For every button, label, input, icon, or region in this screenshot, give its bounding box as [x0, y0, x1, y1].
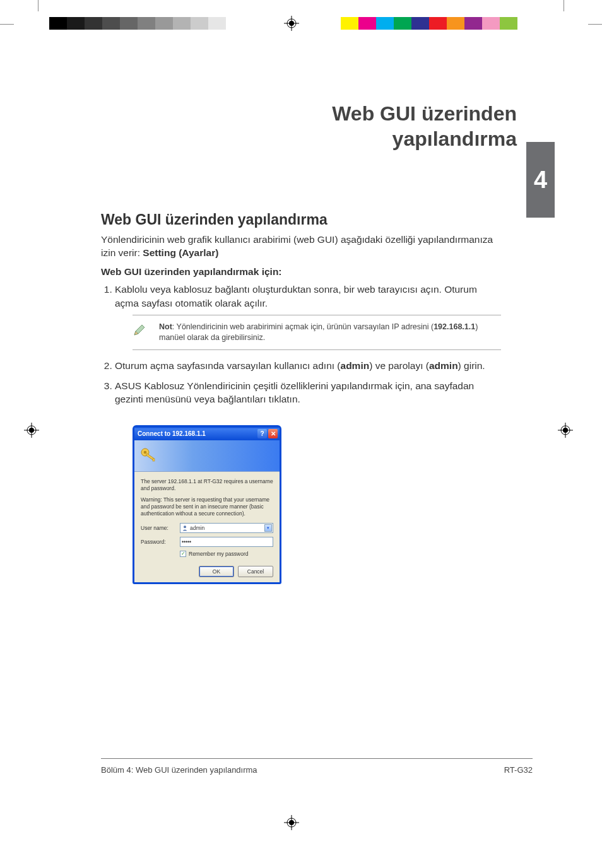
- crop-mark: [564, 0, 564, 11]
- steps-list: Kablolu veya kablosuz bağlantı oluşturdu…: [101, 283, 501, 406]
- note-pencil-icon: [133, 323, 148, 341]
- login-dialog-screenshot: Connect to 192.168.1.1 ? ✕ The server 19…: [133, 425, 501, 584]
- svg-point-20: [184, 525, 186, 528]
- print-color-bar: [0, 17, 602, 30]
- remember-checkbox[interactable]: ✓: [180, 551, 186, 557]
- chapter-number-tab: 4: [526, 142, 555, 218]
- chapter-title-line2: yapılandırma: [392, 127, 517, 150]
- step-1-text: Kablolu veya kablosuz bağlantı oluşturdu…: [115, 284, 477, 308]
- registration-mark-icon: [24, 423, 39, 438]
- password-value: •••••: [182, 539, 191, 545]
- dialog-msg1: The server 192.168.1.1 at RT-G32 require…: [141, 478, 273, 491]
- password-label: Password:: [141, 539, 180, 545]
- svg-point-17: [144, 451, 147, 454]
- registration-mark-icon: [284, 16, 299, 31]
- dialog-banner: [134, 440, 280, 472]
- chapter-title: Web GUI üzerinden yapılandırma: [47, 101, 517, 151]
- username-value: admin: [190, 525, 204, 531]
- note-box: Not: Yönlendiricinin web arabirimini açm…: [133, 315, 501, 350]
- dialog-body: The server 192.168.1.1 at RT-G32 require…: [134, 472, 280, 582]
- password-row: Password: •••••: [141, 537, 273, 547]
- step-2-p1: Oturum açma sayfasında varsayılan kullan…: [115, 360, 341, 371]
- help-button[interactable]: ?: [257, 429, 267, 438]
- dialog-title: Connect to 192.168.1.1: [136, 430, 256, 437]
- note-part1: : Yönlendiricinin web arabirimini açmak …: [172, 322, 434, 331]
- page-footer: Bölüm 4: Web GUI üzerinden yapılandırma …: [101, 758, 533, 775]
- intro-bold: Setting (Ayarlar): [143, 247, 218, 258]
- chapter-title-line1: Web GUI üzerinden: [332, 102, 517, 125]
- section-heading: Web GUI üzerinden yapılandırma: [101, 211, 501, 228]
- password-input[interactable]: •••••: [180, 537, 273, 547]
- step-2-p3: ) girin.: [458, 360, 485, 371]
- footer-right: RT-G32: [504, 765, 533, 775]
- step-3-text: ASUS Kablosuz Yönlendiricinin çeşitli öz…: [115, 380, 474, 405]
- svg-rect-19: [153, 459, 155, 461]
- step-2: Oturum açma sayfasında varsayılan kullan…: [115, 359, 501, 373]
- registration-mark-icon: [284, 815, 299, 830]
- username-input[interactable]: admin ▾: [180, 523, 273, 533]
- keys-icon: [138, 445, 160, 469]
- xp-dialog: Connect to 192.168.1.1 ? ✕ The server 19…: [133, 425, 281, 584]
- dialog-msg2: Warning: This server is requesting that …: [141, 496, 273, 517]
- note-label: Not: [159, 322, 172, 331]
- close-button[interactable]: ✕: [268, 429, 278, 438]
- cancel-button[interactable]: Cancel: [238, 566, 273, 577]
- step-2-b1: admin: [341, 360, 370, 371]
- ok-button[interactable]: OK: [199, 566, 234, 577]
- crop-mark: [588, 24, 602, 25]
- step-3: ASUS Kablosuz Yönlendiricinin çeşitli öz…: [115, 379, 501, 406]
- remember-label: Remember my password: [189, 551, 248, 557]
- username-label: User name:: [141, 525, 180, 531]
- page-content: 4 Web GUI üzerinden yapılandırma Web GUI…: [47, 44, 555, 801]
- crop-mark: [0, 24, 14, 25]
- registration-mark-icon: [558, 423, 573, 438]
- grayscale-swatches: [49, 17, 226, 30]
- footer-left: Bölüm 4: Web GUI üzerinden yapılandırma: [101, 765, 257, 775]
- intro-paragraph: Yönlendiricinin web grafik kullanıcı ara…: [101, 233, 501, 260]
- step-1: Kablolu veya kablosuz bağlantı oluşturdu…: [115, 283, 501, 350]
- dropdown-arrow-icon[interactable]: ▾: [264, 524, 272, 532]
- dialog-buttons: OK Cancel: [141, 566, 273, 577]
- dialog-titlebar: Connect to 192.168.1.1 ? ✕: [134, 427, 280, 440]
- remember-row: ✓ Remember my password: [180, 551, 273, 557]
- instructions-label: Web GUI üzerinden yapılandırmak için:: [101, 266, 501, 278]
- username-row: User name: admin ▾: [141, 523, 273, 533]
- step-2-b2: admin: [429, 360, 458, 371]
- crop-mark: [38, 0, 38, 11]
- user-icon: [182, 525, 188, 531]
- color-swatches: [341, 17, 517, 30]
- note-ip: 192.168.1.1: [434, 322, 475, 331]
- note-text: Not: Yönlendiricinin web arabirimini açm…: [159, 322, 501, 343]
- step-2-p2: ) ve parolayı (: [369, 360, 429, 371]
